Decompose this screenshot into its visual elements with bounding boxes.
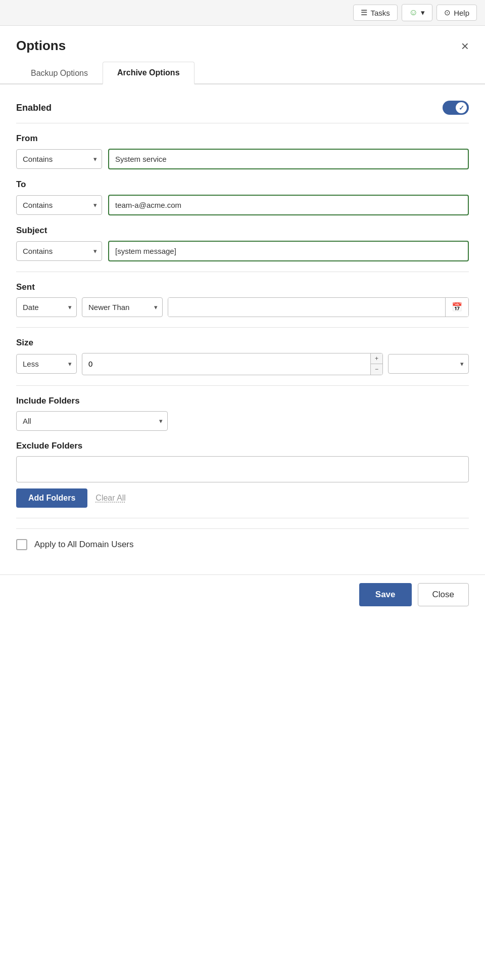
tab-backup[interactable]: Backup Options	[16, 62, 103, 84]
size-decrement-button[interactable]: −	[371, 364, 382, 374]
user-icon: ☺	[409, 8, 418, 18]
folder-buttons: Add Folders Clear All	[16, 488, 469, 508]
options-dialog: Options × Backup Options Archive Options…	[0, 26, 485, 980]
sent-date-select[interactable]: Date	[16, 297, 77, 317]
close-dialog-button[interactable]: Close	[418, 583, 469, 606]
dialog-close-button[interactable]: ×	[461, 39, 469, 53]
divider-3	[16, 385, 469, 386]
subject-input[interactable]	[108, 241, 469, 261]
tab-archive-label: Archive Options	[117, 68, 180, 77]
exclude-folders-input[interactable]	[16, 456, 469, 482]
tab-archive[interactable]: Archive Options	[103, 62, 195, 84]
top-bar: ☰ Tasks ☺ ▾ ⊙ Help	[0, 0, 485, 26]
calendar-button[interactable]: 📅	[445, 298, 468, 317]
from-input[interactable]	[108, 149, 469, 169]
from-row: Contains Equals Starts With Ends With ▾	[16, 149, 469, 169]
sent-date-wrap: Date ▾	[16, 297, 77, 317]
size-number-wrap: + −	[82, 353, 383, 375]
content-area: Enabled From Contains Equals Starts With…	[0, 84, 485, 570]
to-row: Contains Equals Starts With Ends With ▾	[16, 195, 469, 215]
size-condition-select[interactable]: Less Greater	[16, 354, 77, 374]
size-stepper: + −	[370, 353, 382, 375]
size-condition-wrap: Less Greater ▾	[16, 354, 77, 374]
dialog-header: Options ×	[0, 26, 485, 62]
apply-row: Apply to All Domain Users	[16, 528, 469, 558]
size-unit-select[interactable]: KB MB GB	[388, 354, 469, 374]
apply-checkbox[interactable]	[16, 539, 27, 550]
tabs: Backup Options Archive Options	[0, 62, 485, 84]
to-label: To	[16, 180, 469, 190]
help-button[interactable]: ⊙ Help	[437, 5, 477, 21]
to-condition-select[interactable]: Contains Equals Starts With Ends With	[16, 195, 102, 215]
include-folders-wrap: All Inbox Sent Drafts Trash ▾	[16, 411, 168, 431]
calendar-icon: 📅	[452, 302, 462, 312]
save-button[interactable]: Save	[359, 583, 412, 606]
toggle-track	[443, 101, 469, 115]
sent-date-input[interactable]	[168, 298, 445, 317]
from-condition-wrap: Contains Equals Starts With Ends With ▾	[16, 149, 102, 169]
toggle-thumb	[456, 102, 467, 113]
user-button[interactable]: ☺ ▾	[402, 4, 432, 21]
bottom-bar: Save Close	[0, 574, 485, 622]
add-folders-button[interactable]: Add Folders	[16, 488, 87, 508]
subject-condition-wrap: Contains Equals Starts With Ends With ▾	[16, 241, 102, 261]
to-input[interactable]	[108, 195, 469, 215]
size-increment-button[interactable]: +	[371, 353, 382, 364]
from-label: From	[16, 133, 469, 144]
sent-condition-wrap: Newer Than Older Than ▾	[82, 297, 163, 317]
enabled-row: Enabled	[16, 97, 469, 123]
sent-condition-select[interactable]: Newer Than Older Than	[82, 297, 163, 317]
divider-4	[16, 518, 469, 518]
to-condition-wrap: Contains Equals Starts With Ends With ▾	[16, 195, 102, 215]
sent-date-input-wrap: 📅	[168, 297, 469, 317]
exclude-folders-label: Exclude Folders	[16, 441, 469, 451]
apply-label: Apply to All Domain Users	[34, 540, 134, 550]
divider-2	[16, 327, 469, 328]
help-icon: ⊙	[444, 8, 451, 17]
size-unit-wrap: KB MB GB ▾	[388, 354, 469, 374]
subject-label: Subject	[16, 226, 469, 236]
include-folders-label: Include Folders	[16, 396, 469, 406]
size-row: Less Greater ▾ + − KB MB GB ▾	[16, 353, 469, 375]
sent-label: Sent	[16, 282, 469, 292]
subject-row: Contains Equals Starts With Ends With ▾	[16, 241, 469, 261]
exclude-folders-section: Exclude Folders Add Folders Clear All	[16, 441, 469, 508]
clear-all-button[interactable]: Clear All	[95, 494, 126, 503]
help-label: Help	[454, 9, 469, 17]
size-label: Size	[16, 338, 469, 348]
tasks-label: Tasks	[370, 9, 390, 17]
dialog-title: Options	[16, 38, 66, 54]
enabled-label: Enabled	[16, 103, 52, 113]
include-folders-section: Include Folders All Inbox Sent Drafts Tr…	[16, 396, 469, 431]
tasks-button[interactable]: ☰ Tasks	[353, 5, 397, 21]
tab-backup-label: Backup Options	[31, 69, 88, 77]
size-number-input[interactable]	[82, 354, 370, 373]
from-condition-select[interactable]: Contains Equals Starts With Ends With	[16, 149, 102, 169]
enabled-toggle[interactable]	[443, 101, 469, 115]
subject-condition-select[interactable]: Contains Equals Starts With Ends With	[16, 241, 102, 261]
tasks-icon: ☰	[361, 8, 367, 17]
divider-1	[16, 272, 469, 272]
include-folders-select[interactable]: All Inbox Sent Drafts Trash	[16, 411, 168, 431]
user-dropdown-icon: ▾	[421, 8, 425, 17]
sent-row: Date ▾ Newer Than Older Than ▾ 📅	[16, 297, 469, 317]
